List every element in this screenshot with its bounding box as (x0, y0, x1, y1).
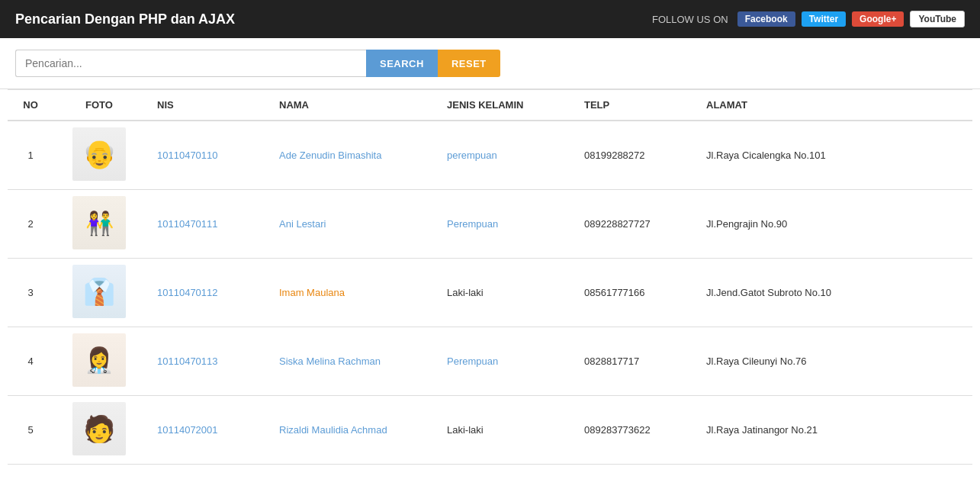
cell-jk: Laki-laki (435, 396, 572, 465)
youtube-button[interactable]: YouTube (910, 11, 965, 27)
avatar (72, 265, 126, 318)
cell-no: 5 (8, 396, 53, 465)
twitter-button[interactable]: Twitter (802, 11, 846, 27)
cell-nis[interactable]: 10114072001 (145, 396, 267, 465)
table-row: 1 10110470110 Ade Zenudin Bimashita pere… (8, 121, 972, 190)
avatar (72, 402, 126, 455)
cell-telp: 089283773622 (572, 396, 694, 465)
cell-jk: Perempuan (435, 190, 572, 259)
cell-no: 3 (8, 259, 53, 327)
data-table-wrapper: NO FOTO NIS NAMA JENIS KELAMIN TELP ALAM… (0, 89, 980, 465)
search-button[interactable]: SEARCH (366, 50, 438, 77)
avatar (72, 127, 126, 181)
cell-telp: 0828817717 (572, 327, 694, 396)
col-header-foto: FOTO (53, 90, 145, 121)
cell-foto (53, 327, 145, 396)
cell-nis[interactable]: 10110470112 (145, 259, 267, 327)
cell-alamat: Jl.Raya Jatinangor No.21 (694, 396, 972, 465)
reset-button[interactable]: RESET (438, 50, 500, 77)
cell-nama[interactable]: Ani Lestari (267, 190, 435, 259)
table-row: 2 10110470111 Ani Lestari Perempuan 0892… (8, 190, 972, 259)
col-header-no: NO (8, 90, 53, 121)
col-header-nis: NIS (145, 90, 267, 121)
google-plus-button[interactable]: Google+ (852, 11, 904, 27)
cell-foto (53, 259, 145, 327)
cell-alamat: Jl.Raya Cicalengka No.101 (694, 121, 972, 190)
follow-label: FOLLOW US ON (652, 14, 728, 25)
cell-nama[interactable]: Ade Zenudin Bimashita (267, 121, 435, 190)
avatar (72, 333, 126, 387)
data-table: NO FOTO NIS NAMA JENIS KELAMIN TELP ALAM… (8, 89, 972, 465)
cell-jk: Laki-laki (435, 259, 572, 327)
cell-telp: 08199288272 (572, 121, 694, 190)
cell-foto (53, 396, 145, 465)
table-row: 3 10110470112 Imam Maulana Laki-laki 085… (8, 259, 972, 327)
cell-nis[interactable]: 10110470110 (145, 121, 267, 190)
social-links: FOLLOW US ON Facebook Twitter Google+ Yo… (652, 11, 965, 27)
cell-no: 2 (8, 190, 53, 259)
cell-telp: 089228827727 (572, 190, 694, 259)
cell-no: 1 (8, 121, 53, 190)
cell-nama[interactable]: Rizaldi Maulidia Achmad (267, 396, 435, 465)
search-input[interactable] (15, 50, 366, 77)
table-row: 5 10114072001 Rizaldi Maulidia Achmad La… (8, 396, 972, 465)
cell-foto (53, 121, 145, 190)
cell-no: 4 (8, 327, 53, 396)
cell-nama[interactable]: Imam Maulana (267, 259, 435, 327)
cell-foto (53, 190, 145, 259)
col-header-jk: JENIS KELAMIN (435, 90, 572, 121)
facebook-button[interactable]: Facebook (737, 11, 795, 27)
cell-alamat: Jl.Raya Cileunyi No.76 (694, 327, 972, 396)
cell-alamat: Jl.Jend.Gatot Subroto No.10 (694, 259, 972, 327)
cell-nis[interactable]: 10110470111 (145, 190, 267, 259)
header: Pencarian Dengan PHP dan AJAX FOLLOW US … (0, 0, 980, 38)
col-header-nama: NAMA (267, 90, 435, 121)
search-bar: SEARCH RESET (0, 38, 980, 89)
table-header-row: NO FOTO NIS NAMA JENIS KELAMIN TELP ALAM… (8, 90, 972, 121)
col-header-alamat: ALAMAT (694, 90, 972, 121)
cell-jk: Perempuan (435, 327, 572, 396)
cell-jk: perempuan (435, 121, 572, 190)
avatar (72, 196, 126, 249)
col-header-telp: TELP (572, 90, 694, 121)
cell-telp: 08561777166 (572, 259, 694, 327)
cell-alamat: Jl.Pengrajin No.90 (694, 190, 972, 259)
cell-nis[interactable]: 10110470113 (145, 327, 267, 396)
cell-nama[interactable]: Siska Melina Rachman (267, 327, 435, 396)
page-title: Pencarian Dengan PHP dan AJAX (15, 11, 235, 27)
table-row: 4 10110470113 Siska Melina Rachman Perem… (8, 327, 972, 396)
